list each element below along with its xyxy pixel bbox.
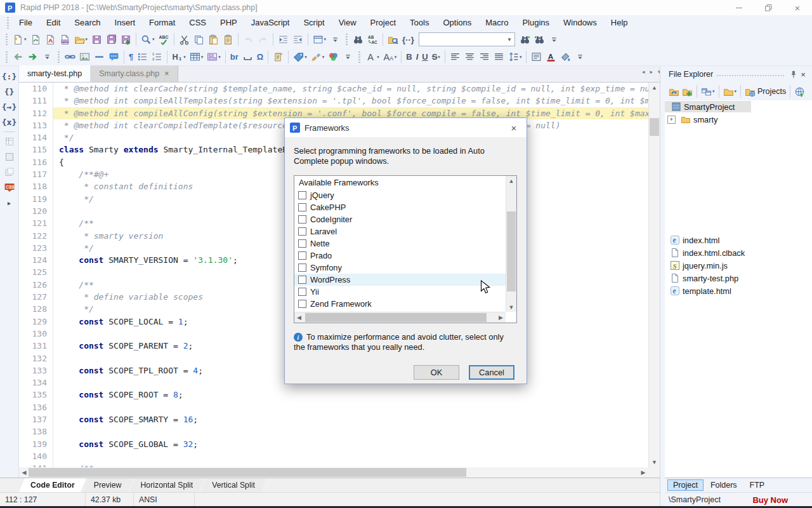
css-inspector-icon[interactable]: CSS: [2, 180, 17, 195]
find-dialog-icon[interactable]: [351, 32, 365, 47]
insert-link-icon[interactable]: [63, 50, 77, 65]
table-outline-icon[interactable]: [2, 134, 17, 149]
framework-prado[interactable]: Prado: [294, 250, 506, 262]
toolbar-overflow-icon[interactable]: [573, 50, 587, 65]
new-document-icon[interactable]: ▾: [11, 32, 29, 47]
save-icon[interactable]: [89, 32, 104, 47]
insert-table-icon[interactable]: ▾: [188, 50, 206, 65]
view-tab-horizontal-split[interactable]: Horizontal Split: [129, 478, 204, 492]
code-line[interactable]: 137 const SCOPE_SMARTY = 16;: [19, 413, 648, 425]
list-vertical-scrollbar[interactable]: ▲ ▼: [506, 176, 516, 312]
paragraph-format-icon[interactable]: [529, 50, 544, 65]
scroll-up-icon[interactable]: ▲: [506, 176, 516, 185]
align-right-icon[interactable]: [477, 50, 492, 65]
projects-button[interactable]: Projects: [743, 84, 787, 99]
framework-jquery[interactable]: jQuery: [294, 189, 506, 201]
snippet-empty-icon[interactable]: {}: [2, 84, 17, 99]
menu-format[interactable]: Format: [142, 15, 182, 30]
pin-icon[interactable]: [788, 70, 798, 79]
checkbox[interactable]: [298, 276, 306, 284]
menu-project[interactable]: Project: [363, 15, 403, 30]
unindent-icon[interactable]: [291, 32, 305, 47]
nbsp-icon[interactable]: [240, 50, 255, 65]
font-family-icon[interactable]: A▾: [363, 50, 381, 65]
code-snippets-icon[interactable]: ▾: [311, 32, 329, 47]
file-index-html-clback[interactable]: index.html.clback: [665, 246, 812, 259]
file-index-html[interactable]: eindex.html: [665, 234, 812, 246]
menu-windows[interactable]: Windows: [556, 15, 604, 30]
checkbox[interactable]: [298, 288, 306, 296]
browse-folder-icon[interactable]: ▾: [722, 84, 738, 99]
bold-icon[interactable]: B: [404, 50, 414, 65]
expander-icon[interactable]: +: [667, 116, 676, 124]
horizontal-rule-icon[interactable]: [92, 50, 107, 65]
open-file-icon[interactable]: ▾: [72, 32, 90, 47]
add-folder-icon[interactable]: [681, 84, 694, 99]
unordered-list-icon[interactable]: [135, 50, 150, 65]
code-line[interactable]: 111 * @method int compileAllTemplates(st…: [19, 95, 648, 107]
framework-yii[interactable]: Yii: [294, 286, 506, 298]
color-picker-icon[interactable]: [326, 50, 341, 65]
strikethrough-icon[interactable]: S▾: [430, 50, 442, 65]
cut-icon[interactable]: [177, 32, 192, 47]
undo-icon[interactable]: [241, 32, 256, 47]
box-icon[interactable]: [2, 149, 17, 164]
framework-symfony[interactable]: Symfony: [294, 262, 506, 274]
minimize-button[interactable]: [724, 0, 754, 15]
clipboard-icon[interactable]: [221, 32, 235, 47]
framework-nette[interactable]: Nette: [294, 237, 506, 250]
dialog-title-bar[interactable]: P Frameworks ×: [285, 118, 527, 137]
tab-smarty-class-php[interactable]: Smarty.class.php×: [91, 65, 178, 82]
file-template-html[interactable]: etemplate.html: [665, 284, 812, 297]
replace-icon[interactable]: ABAC: [365, 32, 380, 47]
find-previous-icon[interactable]: [532, 32, 547, 47]
scrollbar-thumb[interactable]: [507, 211, 516, 291]
special-char-icon[interactable]: Ω: [255, 50, 265, 65]
align-center-icon[interactable]: [462, 50, 477, 65]
view-mode-icon[interactable]: ▾: [700, 84, 716, 99]
checkbox[interactable]: [298, 300, 306, 308]
code-line[interactable]: 139 const SCOPE_GLOBAL = 32;: [19, 438, 648, 450]
snippet-arrow-icon[interactable]: {→}: [2, 99, 17, 114]
scroll-left-icon[interactable]: ◀: [294, 312, 304, 323]
insert-image-icon[interactable]: [77, 50, 92, 65]
snippet-braces-icon[interactable]: {:}: [2, 69, 17, 84]
spell-check-icon[interactable]: ABC: [157, 32, 171, 47]
buy-now-link[interactable]: Buy Now: [752, 495, 788, 505]
code-line[interactable]: 136: [19, 401, 648, 413]
view-tab-code-editor[interactable]: Code Editor: [19, 478, 86, 492]
tree-item-smartyproject[interactable]: SmartyProject: [665, 100, 812, 113]
list-horizontal-scrollbar[interactable]: ◀ ▶: [294, 312, 506, 323]
new-html-page-icon[interactable]: A: [43, 32, 58, 47]
cancel-button[interactable]: Cancel: [469, 365, 514, 380]
scrollbar-thumb[interactable]: [650, 118, 659, 136]
align-justify-icon[interactable]: [492, 50, 506, 65]
menu-macro[interactable]: Macro: [478, 15, 515, 30]
code-line[interactable]: 110 * @method int clearCache(string $tem…: [19, 83, 648, 95]
scroll-down-icon[interactable]: ▼: [506, 302, 516, 312]
code-line[interactable]: 140: [19, 450, 648, 462]
checkbox[interactable]: [298, 264, 306, 272]
menu-insert[interactable]: Insert: [108, 15, 143, 30]
checkbox[interactable]: [298, 227, 306, 236]
toolbar-overflow-icon[interactable]: [328, 32, 343, 47]
tab-scroll-right-icon[interactable]: ▸: [650, 69, 653, 75]
format-painter-icon[interactable]: ▾: [309, 50, 327, 65]
checkbox[interactable]: [298, 203, 306, 211]
italic-icon[interactable]: I: [414, 50, 421, 65]
code-line[interactable]: 138: [19, 425, 648, 438]
framework-zend-framework[interactable]: Zend Framework: [294, 298, 506, 310]
scroll-left-icon[interactable]: ◀: [19, 467, 29, 478]
find-icon[interactable]: ▾: [139, 32, 157, 47]
scrollbar-thumb[interactable]: [305, 313, 487, 322]
heading-icon[interactable]: H1▾: [170, 50, 188, 65]
editor-vertical-scrollbar[interactable]: ▲ ▼: [648, 83, 660, 467]
framework-wordpress[interactable]: WordPress: [294, 274, 506, 286]
file-smarty-test-php[interactable]: smarty-test.php: [665, 272, 812, 284]
menu-css[interactable]: CSS: [182, 15, 213, 30]
copy-icon[interactable]: [192, 32, 206, 47]
tab-scroll-controls[interactable]: ◂▸▾: [642, 69, 661, 75]
ordered-list-icon[interactable]: 12: [150, 50, 164, 65]
highlight-color-icon[interactable]: [558, 50, 573, 65]
view-tab-vertical-split[interactable]: Vertical Split: [200, 478, 266, 492]
